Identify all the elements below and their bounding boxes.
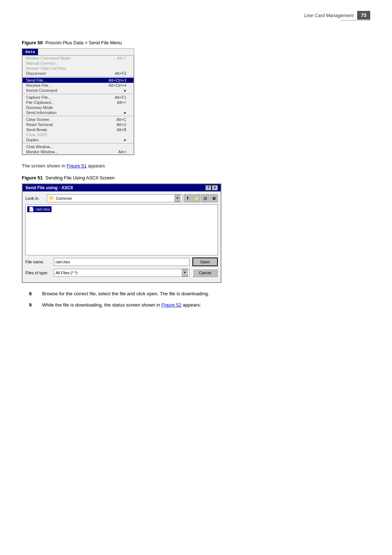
- numbered-list: 8 Browse for the correct file, select th…: [22, 290, 370, 309]
- menu-title: Data: [22, 49, 38, 55]
- menu-item-file-clipboard[interactable]: File Clipboard...Alt+=: [23, 100, 134, 105]
- nav-up-button[interactable]: ⬆: [184, 194, 192, 202]
- menu-item-send-file[interactable]: Send File...Alt+Ctrl+3: [23, 78, 134, 83]
- page-header: Line Card Management 75: [304, 11, 370, 20]
- file-list-area[interactable]: 📄 ram.hex: [25, 204, 218, 255]
- menu-divider-3: [23, 116, 134, 116]
- figure51-link[interactable]: Figure 51: [67, 163, 87, 169]
- menu-body: Modem Command ModeAlt+7 Manual Connect..…: [22, 55, 134, 155]
- figure51-dialog: Send File using - ASCII ? × Look in: 📁 C…: [22, 183, 221, 283]
- list-item-8: 8 Browse for the correct file, select th…: [29, 290, 370, 297]
- dialog-body: Look in: 📁 Common ▼ ⬆ 📁 ▤ ▦ 📄: [23, 191, 221, 282]
- body-text-1: The screen shown in Figure 51 appears: [22, 162, 370, 170]
- menu-item-monitor-window[interactable]: Monitor Window...Alt+\: [23, 149, 134, 154]
- list-num-9: 9: [29, 301, 36, 309]
- menu-item-answer-data[interactable]: Answer Data Call Now: [23, 66, 134, 71]
- menu-item-clear-xoff[interactable]: Clear XOFF: [23, 132, 134, 137]
- menu-item-reset-terminal[interactable]: Reset TerminalAlt+U: [23, 122, 134, 127]
- menu-item-doorway-mode[interactable]: Doorway Mode: [23, 105, 134, 110]
- files-of-type-label: Files of type:: [25, 271, 51, 275]
- list-num-8: 8: [29, 290, 36, 297]
- menu-item-modem-command[interactable]: Modem Command ModeAlt+7: [23, 56, 134, 61]
- figure50-caption: Figure 50 Procom Plus Data > Send File M…: [22, 40, 370, 45]
- create-folder-button[interactable]: 📁: [192, 194, 200, 202]
- dialog-help-button[interactable]: ?: [205, 185, 211, 190]
- list-item-9: 9 While the file is downloading, the sta…: [29, 301, 370, 309]
- dialog-title: Send File using - ASCII: [25, 185, 73, 190]
- menu-item-manual-connect[interactable]: Manual Connect...: [23, 61, 134, 66]
- menu-item-kermit[interactable]: Kermit Command: [23, 88, 134, 93]
- file-list-item[interactable]: 📄 ram.hex: [27, 206, 52, 212]
- menu-item-send-break[interactable]: Send BreakAlt+B: [23, 127, 134, 132]
- menu-item-duplex[interactable]: Duplex: [23, 137, 134, 142]
- header-divider: [341, 20, 370, 21]
- look-in-row: Look in: 📁 Common ▼ ⬆ 📁 ▤ ▦: [25, 194, 218, 202]
- file-item-name: ram.hex: [36, 207, 50, 211]
- chapter-title: Line Card Management: [304, 13, 354, 18]
- dialog-close-button[interactable]: ×: [212, 185, 218, 190]
- look-in-label: Look in:: [25, 196, 45, 200]
- menu-item-send-info[interactable]: Send Information: [23, 110, 134, 115]
- menu-divider-2: [23, 94, 134, 94]
- dialog-title-bar: Send File using - ASCII ? ×: [23, 184, 221, 191]
- menu-item-clear-screen[interactable]: Clear ScreenAlt+C: [23, 117, 134, 122]
- figure50-menu: Data Modem Command ModeAlt+7 Manual Conn…: [22, 48, 134, 155]
- look-in-dropdown[interactable]: 📁 Common ▼: [47, 194, 182, 202]
- files-type-arrow[interactable]: ▼: [182, 269, 188, 276]
- menu-item-capture-file[interactable]: Capture File...Alt+F1: [23, 95, 134, 100]
- list-view-button[interactable]: ▤: [201, 194, 209, 202]
- folder-icon: 📁: [49, 195, 54, 201]
- file-name-input[interactable]: ram.hex: [54, 258, 189, 266]
- menu-item-receive-file[interactable]: Receive File...Alt+Ctrl+4: [23, 83, 134, 88]
- file-icon: 📄: [29, 207, 34, 212]
- list-content-8: Browse for the correct file, select the …: [42, 290, 370, 297]
- cancel-button[interactable]: Cancel: [192, 268, 218, 277]
- look-in-arrow[interactable]: ▼: [175, 195, 180, 202]
- menu-divider-4: [23, 143, 134, 143]
- menu-item-chat-window[interactable]: Chat Window...: [23, 144, 134, 149]
- figure51-caption: Figure 51 Sending File Using ASCII Scree…: [22, 175, 370, 181]
- files-of-type-row: Files of type: All Files (*.*) ▼ Cancel: [25, 268, 218, 277]
- menu-divider-1: [23, 77, 134, 77]
- figure52-link[interactable]: Figure 52: [162, 302, 181, 308]
- look-in-value: Common: [56, 196, 72, 200]
- files-of-type-dropdown[interactable]: All Files (*.*) ▼: [54, 269, 189, 277]
- file-name-label: File name:: [25, 260, 51, 264]
- menu-item-disconnect[interactable]: DisconnectAlt+F2: [23, 71, 134, 76]
- page-number: 75: [357, 11, 370, 20]
- open-button[interactable]: Open: [192, 258, 218, 266]
- detail-view-button[interactable]: ▦: [210, 194, 218, 202]
- list-content-9: While the file is downloading, the statu…: [42, 301, 370, 309]
- lookin-toolbar: ⬆ 📁 ▤ ▦: [184, 194, 218, 202]
- file-name-row: File name: ram.hex Open: [25, 258, 218, 266]
- dialog-title-buttons: ? ×: [205, 185, 218, 190]
